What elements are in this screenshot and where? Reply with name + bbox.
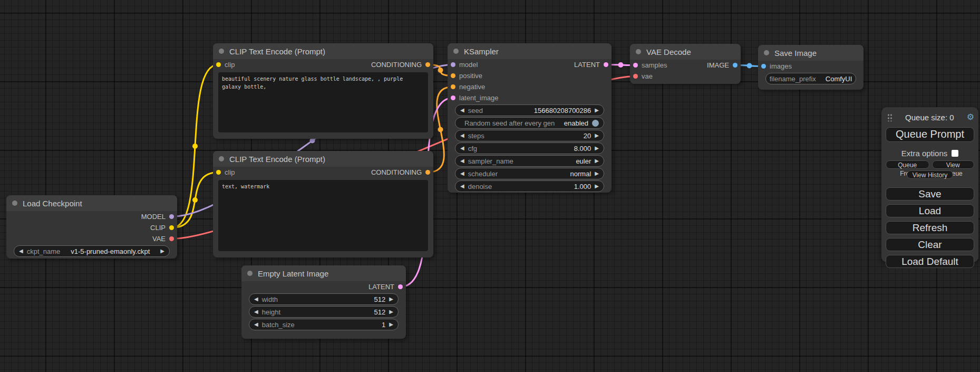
prompt-textarea[interactable]: text, watermark [218,180,428,251]
scheduler-widget[interactable]: ◀ scheduler normal ▶ [455,168,604,179]
node-clip-text-encode-positive[interactable]: CLIP Text Encode (Prompt) clip CONDITION… [213,43,433,139]
conditioning-slot-dot[interactable] [425,170,430,175]
extra-options-checkbox[interactable] [952,150,958,157]
clip-slot-dot[interactable] [216,170,221,175]
output-slot-latent[interactable]: LATENT [368,283,403,291]
conditioning-slot-dot[interactable] [451,73,455,78]
settings-gear-icon[interactable]: ⚙ [967,113,974,121]
node-title-bar[interactable]: KSampler [448,43,612,59]
decrement-arrow-icon[interactable]: ◀ [460,108,464,113]
conditioning-slot-dot[interactable] [451,84,455,89]
denoise-widget[interactable]: ◀ denoise 1.000 ▶ [455,180,604,192]
vae-slot-dot[interactable] [633,74,638,79]
increment-arrow-icon[interactable]: ▶ [595,158,599,164]
decrement-arrow-icon[interactable]: ◀ [460,133,464,138]
height-widget[interactable]: ◀ height 512 ▶ [249,306,399,318]
refresh-button[interactable]: Refresh [886,221,974,234]
decrement-arrow-icon[interactable]: ◀ [19,249,23,254]
save-button[interactable]: Save [886,187,974,201]
image-slot-dot[interactable] [761,64,766,69]
decrement-arrow-icon[interactable]: ◀ [460,146,464,151]
input-slot-clip[interactable]: clip [216,168,235,176]
node-vae-decode[interactable]: VAE Decode samples IMAGE vae [630,44,741,84]
view-history-button[interactable]: View History [907,170,953,179]
node-title: Save Image [774,49,817,58]
width-widget[interactable]: ◀ width 512 ▶ [249,293,399,305]
node-title-bar[interactable]: Save Image [758,45,863,61]
node-load-checkpoint[interactable]: Load Checkpoint MODEL CLIP VAE ◀ ckpt_na… [6,195,177,259]
input-slot-vae[interactable]: vae [633,72,653,80]
decrement-arrow-icon[interactable]: ◀ [460,158,464,164]
conditioning-slot-dot[interactable] [425,62,430,67]
output-slot-conditioning[interactable]: CONDITIONING [371,168,430,176]
input-slot-latent-image[interactable]: latent_image [451,94,498,102]
input-slot-positive[interactable]: positive [451,72,482,80]
output-slot-clip[interactable]: CLIP [150,224,174,232]
model-slot-dot[interactable] [169,214,174,219]
node-save-image[interactable]: Save Image images filename_prefix ComfyU… [758,45,863,90]
node-ksampler[interactable]: KSampler model LATENT positive negative [448,43,612,193]
output-slot-latent[interactable]: LATENT [574,61,608,69]
latent-slot-dot[interactable] [451,96,455,100]
comfy-menu-panel[interactable]: Queue size: 0 ⚙ Queue Prompt Extra optio… [881,107,978,262]
node-empty-latent-image[interactable]: Empty Latent Image LATENT ◀ width 512 ▶ … [241,265,406,339]
image-slot-dot[interactable] [733,63,738,68]
latent-slot-dot[interactable] [633,63,638,68]
latent-slot-dot[interactable] [398,284,403,289]
clip-slot-dot[interactable] [216,62,221,67]
increment-arrow-icon[interactable]: ▶ [160,249,164,254]
increment-arrow-icon[interactable]: ▶ [595,146,599,151]
load-button[interactable]: Load [886,204,974,217]
node-title-bar[interactable]: CLIP Text Encode (Prompt) [213,151,433,167]
decrement-arrow-icon[interactable]: ◀ [254,297,258,302]
toggle-on-indicator[interactable] [592,120,599,127]
output-slot-model[interactable]: MODEL [141,213,174,221]
cfg-widget[interactable]: ◀ cfg 8.000 ▶ [455,142,604,154]
increment-arrow-icon[interactable]: ▶ [595,184,599,189]
view-queue-button[interactable]: View Queue [932,160,975,169]
node-title-bar[interactable]: VAE Decode [630,44,741,60]
node-title-bar[interactable]: CLIP Text Encode (Prompt) [213,43,433,59]
load-default-button[interactable]: Load Default [886,255,974,268]
model-slot-dot[interactable] [451,62,455,67]
batch-size-widget[interactable]: ◀ batch_size 1 ▶ [249,319,399,330]
output-slot-conditioning[interactable]: CONDITIONING [371,61,430,69]
decrement-arrow-icon[interactable]: ◀ [460,171,464,176]
seed-widget[interactable]: ◀ seed 156680208700286 ▶ [455,104,604,116]
node-canvas[interactable]: Load Checkpoint MODEL CLIP VAE ◀ ckpt_na… [0,0,980,372]
random-seed-toggle-widget[interactable]: Random seed after every gen enabled [455,117,604,129]
node-clip-text-encode-negative[interactable]: CLIP Text Encode (Prompt) clip CONDITION… [213,151,433,257]
increment-arrow-icon[interactable]: ▶ [595,133,599,138]
increment-arrow-icon[interactable]: ▶ [389,297,393,302]
increment-arrow-icon[interactable]: ▶ [595,108,599,113]
node-title-bar[interactable]: Empty Latent Image [241,265,406,281]
input-slot-negative[interactable]: negative [451,83,485,91]
queue-size-label: Queue size: 0 [892,113,967,122]
input-slot-samples[interactable]: samples [633,61,667,69]
drag-handle-icon[interactable] [887,113,892,121]
queue-prompt-button[interactable]: Queue Prompt [886,127,974,142]
input-slot-images[interactable]: images [761,62,792,70]
steps-widget[interactable]: ◀ steps 20 ▶ [455,130,604,141]
increment-arrow-icon[interactable]: ▶ [389,309,393,314]
input-slot-model[interactable]: model [451,61,478,69]
sampler-name-widget[interactable]: ◀ sampler_name euler ▶ [455,155,604,167]
output-slot-image[interactable]: IMAGE [707,61,738,69]
decrement-arrow-icon[interactable]: ◀ [254,322,258,327]
prompt-textarea[interactable]: beautiful scenery nature glass bottle la… [218,72,428,132]
increment-arrow-icon[interactable]: ▶ [595,171,599,176]
clip-slot-dot[interactable] [169,225,174,230]
increment-arrow-icon[interactable]: ▶ [389,322,393,327]
link-midpoint-dot [310,138,315,144]
node-title-bar[interactable]: Load Checkpoint [6,195,177,211]
ckpt-name-combo-widget[interactable]: ◀ ckpt_name v1-5-pruned-emaonly.ckpt ▶ [14,245,170,257]
vae-slot-dot[interactable] [169,236,174,241]
input-slot-clip[interactable]: clip [216,61,235,69]
latent-slot-dot[interactable] [604,62,608,67]
decrement-arrow-icon[interactable]: ◀ [460,184,464,189]
decrement-arrow-icon[interactable]: ◀ [254,309,258,314]
queue-front-button[interactable]: Queue Front [886,160,929,169]
filename-prefix-widget[interactable]: filename_prefix ComfyUI [765,73,856,84]
output-slot-vae[interactable]: VAE [152,235,174,243]
clear-button[interactable]: Clear [886,238,974,251]
